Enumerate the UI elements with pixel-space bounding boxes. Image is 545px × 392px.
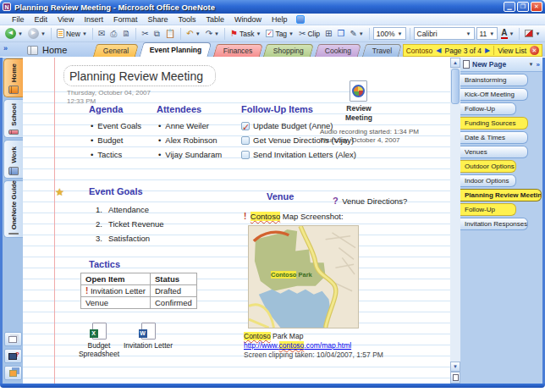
page-tab-follow-up[interactable]: Follow-Up [460, 102, 516, 115]
email-button[interactable]: ✉ [96, 27, 107, 41]
agenda-list: Event Goals Budget Tactics [91, 119, 141, 162]
checkbox-icon[interactable] [241, 136, 250, 145]
page-tab-funding-sources[interactable]: Funding Sources [460, 117, 528, 130]
restore-button[interactable]: ❐ [517, 2, 529, 12]
font-name-select[interactable]: Calibri▼ [414, 27, 475, 40]
help-button[interactable] [4, 349, 22, 363]
work-notebook-icon [8, 167, 19, 175]
search-page-status: Page 3 of 4 [445, 47, 482, 55]
font-size-select[interactable]: 11▼ [476, 27, 498, 40]
page-tab-indoor-options[interactable]: Indoor Options [460, 174, 516, 187]
task-button[interactable]: ⚑Task▼ [228, 27, 262, 41]
search-results-bar: Contoso ◀ Page 3 of 4 ▶ View List ✕ [403, 44, 542, 57]
menu-edit[interactable]: Edit [30, 15, 53, 24]
attachment-budget-spreadsheet[interactable]: X Budget Spreadsheet [74, 323, 124, 358]
forward-button[interactable]: ►▼ [26, 27, 47, 41]
section-tab-shopping[interactable]: Shopping [263, 44, 314, 57]
section-tab-cooking[interactable]: Cooking [315, 44, 361, 57]
notebook-tab-school[interactable]: School [3, 99, 23, 138]
page-tab-planning-review-meeting[interactable]: Planning Review Meeting [460, 189, 542, 202]
page-title-box[interactable]: Planning Review Meeting [63, 65, 216, 86]
section-tab-finances[interactable]: Finances [213, 44, 263, 57]
notebook-header[interactable]: Home [27, 43, 67, 57]
notebook-tab-work[interactable]: Work [3, 140, 23, 179]
cut-button[interactable]: ✂ [140, 27, 150, 41]
menu-window[interactable]: Window [229, 15, 267, 24]
scrollbar-thumb[interactable] [451, 69, 460, 104]
menu-file[interactable]: File [7, 15, 30, 24]
menu-help[interactable]: Help [267, 15, 293, 24]
menu-insert[interactable]: Insert [79, 15, 108, 24]
insert-table-button[interactable]: ⊞ [323, 27, 333, 41]
map-link[interactable]: http://www.contoso.com/map.html [244, 341, 351, 350]
undo-button[interactable]: ↶▼ [184, 27, 201, 41]
expand-notebooks-icon[interactable]: » [3, 44, 8, 52]
important-star-icon[interactable]: ★ [55, 186, 64, 198]
section-tab-travel[interactable]: Travel [362, 44, 403, 57]
print-preview-button[interactable]: 🗎 [120, 27, 132, 41]
minimize-button[interactable]: ▁ [504, 2, 515, 12]
insert-file-button[interactable]: ❒ [335, 27, 346, 41]
back-icon: ◄ [5, 28, 16, 39]
copy-button[interactable]: ⧉ [152, 27, 162, 41]
collapse-panel-icon[interactable]: » [537, 61, 540, 69]
paste-button[interactable]: 📋 [163, 27, 177, 41]
scroll-down-icon[interactable]: ▼ [450, 362, 460, 372]
page-canvas[interactable]: Planning Review Meeting Thursday, Octobe… [23, 58, 450, 384]
back-button[interactable]: ◄▼ [3, 27, 25, 41]
notebook-tab-onenote-guide[interactable]: OneNote Guide [3, 180, 23, 238]
tactics-table[interactable]: Open Item Status ! Invitation Letter Dra… [80, 273, 197, 309]
checkbox-checked-icon[interactable] [241, 122, 250, 130]
page-tab-venues[interactable]: Venues [460, 146, 528, 158]
section-tab-general[interactable]: General [93, 44, 140, 57]
previous-match-icon[interactable]: ◀ [436, 47, 441, 54]
menu-share[interactable]: Share [142, 15, 173, 24]
menu-view[interactable]: View [52, 15, 79, 24]
menu-tools[interactable]: Tools [173, 15, 201, 24]
redo-button[interactable]: ↷▼ [204, 27, 221, 41]
menu-format[interactable]: Format [108, 15, 143, 24]
tag-button[interactable]: ✓Tag▼ [264, 27, 295, 41]
school-notebook-icon [8, 130, 19, 135]
page-tab-date-times[interactable]: Date & Times [460, 131, 528, 144]
page-tab-brainstorming[interactable]: Brainstorming [460, 74, 528, 86]
section-tab-event-planning[interactable]: Event Planning [140, 42, 212, 57]
task-flag-icon: ⚑ [230, 29, 238, 38]
table-icon: ⊞ [325, 28, 332, 40]
close-search-icon[interactable]: ✕ [530, 46, 539, 55]
scroll-up-icon[interactable]: ▲ [450, 58, 460, 68]
attachment-invitation-letter[interactable]: W Invitation Letter [123, 323, 173, 350]
notebook-name: Home [42, 45, 67, 55]
print-button[interactable]: ⎙ [108, 27, 118, 41]
new-page-button[interactable]: New▼ [55, 27, 89, 41]
table-header-status: Status [151, 273, 197, 285]
all-notebooks-button[interactable] [4, 366, 22, 380]
next-match-icon[interactable]: ▶ [485, 47, 490, 54]
checkbox-icon[interactable] [241, 151, 250, 159]
menu-bar: File Edit View Insert Format Share Tools… [0, 14, 545, 25]
audio-recording-file[interactable] [350, 80, 367, 102]
unfiled-notes-button[interactable] [4, 332, 22, 346]
page-tab-invitation-responses[interactable]: Invitation Responses [460, 218, 528, 230]
page-tab-follow-up-2[interactable]: Follow-Up [460, 203, 516, 216]
agenda-heading: Agenda [89, 104, 123, 114]
zoom-select[interactable]: 100%▼ [373, 27, 406, 40]
pen-button[interactable]: ✎▼ [348, 27, 365, 41]
new-page-header[interactable]: New Page ▼ » [460, 58, 542, 72]
new-page-dropdown-icon[interactable]: ▼ [529, 62, 534, 67]
highlighter-button[interactable]: ▼ [523, 27, 542, 41]
next-page-button[interactable] [450, 372, 460, 384]
page-tab-kick-off-meeting[interactable]: Kick-Off Meeting [460, 88, 528, 101]
font-color-button[interactable]: A▼ [499, 27, 515, 41]
clip-button[interactable]: ✂Clip [297, 27, 322, 41]
notebook-tab-home[interactable]: Home [3, 58, 23, 97]
page-tab-outdoor-options[interactable]: Outdoor Options [460, 160, 516, 173]
view-list-button[interactable]: View List [498, 47, 526, 55]
question-tag-icon[interactable]: ? [333, 196, 339, 206]
help-box-icon[interactable] [296, 15, 305, 24]
menu-table[interactable]: Table [201, 15, 229, 24]
page-title: Planning Review Meeting [69, 69, 203, 83]
close-button[interactable]: ✕ [531, 2, 542, 12]
important-exclamation-icon[interactable]: ! [244, 212, 246, 221]
vertical-scrollbar[interactable]: ▲ ▼ [450, 58, 460, 384]
